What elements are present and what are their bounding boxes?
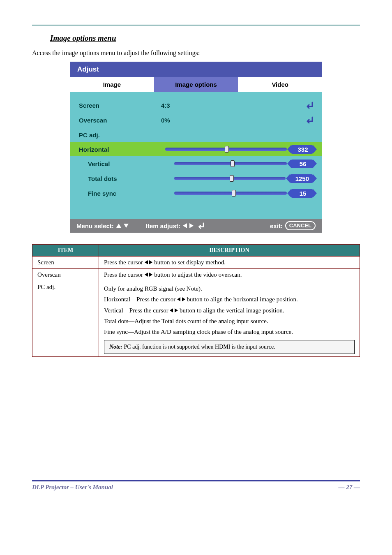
- row-screen[interactable]: Screen 4:3: [79, 98, 313, 113]
- cancel-button-icon: CANCEL: [285, 221, 316, 230]
- enter-icon: [304, 116, 313, 124]
- arrow-down-icon: [124, 224, 129, 228]
- description-table: ITEM DESCRIPTION Screen Press the cursor…: [32, 244, 360, 357]
- footer-item-adjust: Item adjust:: [146, 222, 180, 229]
- row-total-dots[interactable]: Total dots 1250: [79, 171, 313, 186]
- enter-icon: [196, 222, 204, 229]
- osd-panel: Adjust Image Image options Video Screen …: [70, 62, 322, 233]
- section-title-link[interactable]: Image options menu: [50, 34, 116, 43]
- row-overscan[interactable]: Overscan 0%: [79, 113, 313, 127]
- badge-fine-sync: 15: [291, 189, 313, 198]
- cell-screen-desc: Press the cursor button to set display m…: [99, 257, 360, 269]
- row-overscan-desc: Overscan Press the cursor button to adju…: [32, 269, 360, 281]
- row-fine-sync-label: Fine sync: [88, 190, 170, 197]
- arrow-right-icon: [149, 273, 152, 277]
- row-horizontal-label: Horizontal: [79, 146, 161, 153]
- row-total-dots-label: Total dots: [88, 175, 170, 182]
- row-vertical[interactable]: Vertical 56: [79, 156, 313, 171]
- cell-overscan-item: Overscan: [32, 269, 99, 281]
- row-screen-value: 4:3: [161, 102, 227, 109]
- cell-overscan-desc: Press the cursor button to adjust the vi…: [99, 269, 360, 281]
- cell-screen-item: Screen: [32, 257, 99, 269]
- section-lead: Access the image options menu to adjust …: [32, 49, 360, 57]
- arrow-right-icon: [189, 223, 194, 228]
- arrow-right-icon: [182, 297, 185, 301]
- badge-horizontal: 332: [291, 145, 313, 154]
- tab-image[interactable]: Image: [70, 77, 154, 92]
- header-desc: DESCRIPTION: [99, 245, 360, 257]
- arrow-right-icon: [149, 260, 152, 264]
- badge-total-dots: 1250: [290, 174, 313, 183]
- arrow-left-icon: [145, 260, 148, 264]
- row-pc-adj[interactable]: PC adj.: [79, 127, 313, 142]
- cell-pcadj-desc: Only for analog RGB signal (see Note). H…: [99, 281, 360, 357]
- row-pcadj-desc: PC adj. Only for analog RGB signal (see …: [32, 281, 360, 357]
- arrow-right-icon: [175, 308, 178, 312]
- osd-tabs: Image Image options Video: [70, 77, 322, 92]
- slider-horizontal[interactable]: [161, 148, 291, 151]
- cell-pcadj-item: PC adj.: [32, 281, 99, 357]
- footer-exit: exit:: [270, 222, 283, 229]
- osd-footer: Menu select: Item adjust: exit: CANCEL: [70, 219, 322, 233]
- row-horizontal[interactable]: Horizontal 332: [70, 142, 322, 156]
- arrow-left-icon: [177, 297, 180, 301]
- arrow-left-icon: [183, 223, 187, 228]
- footer-menu-select: Menu select:: [76, 222, 114, 229]
- arrow-left-icon: [170, 308, 173, 312]
- footer-left: DLP Projector – User's Manual: [32, 484, 113, 491]
- osd-title: Adjust: [70, 62, 322, 77]
- row-fine-sync[interactable]: Fine sync 15: [79, 186, 313, 201]
- footer-right: — 27 —: [339, 484, 360, 491]
- page-footer: DLP Projector – User's Manual — 27 —: [32, 480, 360, 491]
- slider-vertical[interactable]: [170, 162, 291, 165]
- arrow-left-icon: [145, 273, 148, 277]
- row-screen-desc: Screen Press the cursor button to set di…: [32, 257, 360, 269]
- arrow-up-icon: [116, 224, 121, 228]
- header-item: ITEM: [32, 245, 99, 257]
- enter-icon: [304, 102, 313, 109]
- tab-image-options[interactable]: Image options: [154, 77, 238, 92]
- note-box: Note: PC adj. function is not supported …: [104, 340, 355, 354]
- slider-fine-sync[interactable]: [170, 192, 291, 195]
- row-screen-label: Screen: [79, 102, 161, 109]
- row-vertical-label: Vertical: [88, 160, 170, 167]
- row-overscan-label: Overscan: [79, 117, 161, 124]
- badge-vertical: 56: [291, 160, 313, 168]
- slider-total-dots[interactable]: [170, 177, 290, 180]
- tab-video[interactable]: Video: [238, 77, 322, 92]
- row-overscan-value: 0%: [161, 117, 227, 124]
- row-pc-adj-label: PC adj.: [79, 132, 161, 139]
